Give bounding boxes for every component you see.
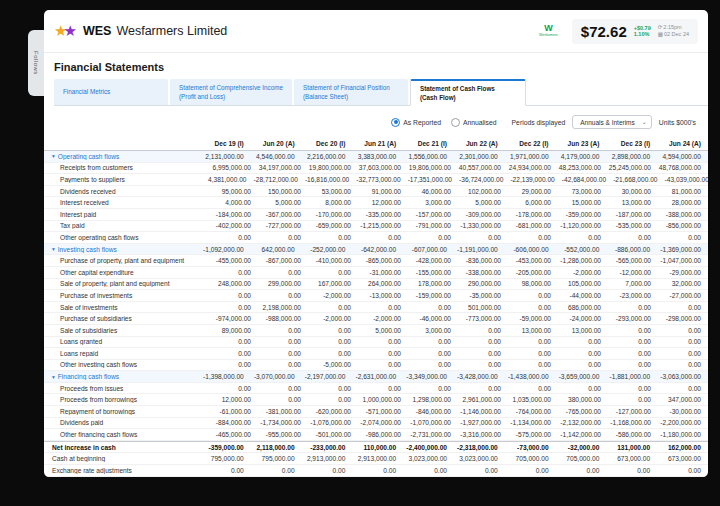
table-cell: -157,000.00 xyxy=(408,211,458,218)
table-row: Payments to suppliers4,381,000.00-28,712… xyxy=(44,174,708,186)
table-cell: -17,351,000.00 xyxy=(408,176,459,183)
table-cell: 0.00 xyxy=(258,396,308,403)
table-cell: 2,898,000.00 xyxy=(606,153,657,160)
table-cell: -46,000.00 xyxy=(408,315,458,322)
table-cell: 1,971,000.00 xyxy=(505,153,556,160)
table-cell: 0.00 xyxy=(258,338,308,345)
collapse-triangle-icon[interactable]: ▾ xyxy=(52,374,55,380)
table-cell: 110,000.00 xyxy=(352,444,403,451)
row-label: Loans repaid xyxy=(44,350,208,357)
table-cell: 0.00 xyxy=(308,269,358,276)
table-cell: 0.00 xyxy=(608,350,658,357)
table-cell: 1,298,000.00 xyxy=(408,396,458,403)
side-drawer-label: Follows xyxy=(33,51,39,75)
column-header: Jun 24 (A) xyxy=(657,140,708,147)
row-label[interactable]: ▾Operating cash flows xyxy=(44,153,200,160)
table-cell: -955,000.00 xyxy=(258,431,308,438)
table-cell: -1,215,000.00 xyxy=(358,222,408,229)
table-row: Purchase of property, plant and equipmen… xyxy=(44,255,708,267)
table-cell: 4,179,000.00 xyxy=(556,153,607,160)
radio-annualised[interactable]: Annualised xyxy=(451,118,497,127)
table-cell: -501,000.00 xyxy=(308,431,358,438)
table-row: Purchase of subsidiaries-974,000.00-988,… xyxy=(44,313,708,325)
wesfarmers-logo-mark: W xyxy=(544,24,553,33)
tab-financial-metrics[interactable]: Financial Metrics xyxy=(54,79,168,105)
rating-stars[interactable]: ★★ xyxy=(54,22,73,40)
table-cell: -388,000.00 xyxy=(658,211,708,218)
table-cell: -3,428,000.00 xyxy=(454,373,505,380)
row-label: Proceeds from borrowings xyxy=(44,396,208,403)
table-cell: -159,000.00 xyxy=(408,292,458,299)
table-cell: -727,000.00 xyxy=(258,222,308,229)
table-controls: As Reported Annualised Periods displayed… xyxy=(44,106,708,136)
table-cell: -184,000.00 xyxy=(208,211,258,218)
row-label: Other operating cash flows xyxy=(44,234,208,241)
row-label[interactable]: ▾Financing cash flows xyxy=(44,373,200,380)
company-name: Wesfarmers Limited xyxy=(116,24,227,38)
table-cell: 0.00 xyxy=(258,385,308,392)
table-cell: 13,000.00 xyxy=(558,327,608,334)
table-cell: 30,000.00 xyxy=(608,188,658,195)
table-cell: 0.00 xyxy=(358,361,408,368)
table-cell: 0.00 xyxy=(458,338,508,345)
table-cell: 0.00 xyxy=(208,234,258,241)
row-label: Sale of subsidiaries xyxy=(44,327,208,334)
table-cell: -367,000.00 xyxy=(258,211,308,218)
periods-select[interactable]: Annuals & Interims ⌄ xyxy=(572,115,652,129)
table-cell: 46,000.00 xyxy=(408,188,458,195)
table-cell: -30,000.00 xyxy=(658,408,708,415)
table-cell: 81,000.00 xyxy=(658,188,708,195)
table-cell: -535,000.00 xyxy=(608,222,658,229)
table-cell: 0.00 xyxy=(200,467,251,474)
table-cell: -233,000.00 xyxy=(302,444,353,451)
row-label: Receipts from customers xyxy=(44,164,208,171)
table-cell: 0.00 xyxy=(458,234,508,241)
table-cell: -846,000.00 xyxy=(408,408,458,415)
table-cell: 0.00 xyxy=(558,361,608,368)
table-cell: -29,000.00 xyxy=(658,269,708,276)
table-cell: -298,000.00 xyxy=(658,315,708,322)
table-cell: -575,000.00 xyxy=(508,431,558,438)
side-drawer-handle[interactable]: Follows xyxy=(28,30,44,96)
table-cell: 0.00 xyxy=(308,385,358,392)
table-cell: 2,216,000.00 xyxy=(302,153,353,160)
table-cell: -44,000.00 xyxy=(558,292,608,299)
table-cell: 0.00 xyxy=(358,350,408,357)
table-cell: 0.00 xyxy=(508,338,558,345)
tab-financial-position[interactable]: Statement of Financial Position(Balance … xyxy=(294,79,408,105)
table-cell: 0.00 xyxy=(258,269,308,276)
table-cell: 0.00 xyxy=(408,350,458,357)
table-cell: -455,000.00 xyxy=(208,257,258,264)
table-header-row: Dec 19 (I)Jun 20 (A)Dec 20 (I)Jun 21 (A)… xyxy=(44,136,708,151)
collapse-triangle-icon[interactable]: ▾ xyxy=(52,153,55,159)
table-cell: 0.00 xyxy=(258,292,308,299)
collapse-triangle-icon[interactable]: ▾ xyxy=(52,246,55,252)
tab-cash-flows[interactable]: Statement of Cash Flows(Cash Flow) xyxy=(410,79,526,106)
row-label[interactable]: ▾Investing cash flows xyxy=(44,246,200,253)
table-cell: 4,546,000.00 xyxy=(251,153,302,160)
tab-comprehensive-income[interactable]: Statement of Comprehensive Income(Profit… xyxy=(170,79,292,105)
table-cell: 19,800,000.00 xyxy=(308,164,358,171)
table-cell: 0.00 xyxy=(608,304,658,311)
radio-as-reported[interactable]: As Reported xyxy=(391,118,441,127)
table-cell: -32,000.00 xyxy=(556,444,607,451)
table-cell: -1,330,000.00 xyxy=(458,222,508,229)
table-cell: 0.00 xyxy=(408,234,458,241)
price-change-percent: 1.10% xyxy=(634,31,651,37)
table-cell: 24,934,000.00 xyxy=(508,164,558,171)
table-cell: -1,438,000.00 xyxy=(505,373,556,380)
table-cell: 0.00 xyxy=(658,350,708,357)
table-row: Receipts from customers6,995,000.0034,19… xyxy=(44,163,708,175)
report-mode-radio-group: As Reported Annualised xyxy=(391,118,496,127)
table-cell: 0.00 xyxy=(608,234,658,241)
table-cell: 0.00 xyxy=(508,385,558,392)
table-cell: -309,000.00 xyxy=(458,211,508,218)
table-cell: -986,000.00 xyxy=(358,431,408,438)
table-cell: -5,000.00 xyxy=(308,361,358,368)
table-cell: -335,000.00 xyxy=(358,211,408,218)
column-header: Jun 23 (A) xyxy=(556,140,607,147)
table-cell: -36,724,000.00 xyxy=(459,176,510,183)
table-cell: 0.00 xyxy=(208,304,258,311)
table-row: Proceeds from borrowings12,000.000.000.0… xyxy=(44,394,708,406)
table-cell: 0.00 xyxy=(508,292,558,299)
